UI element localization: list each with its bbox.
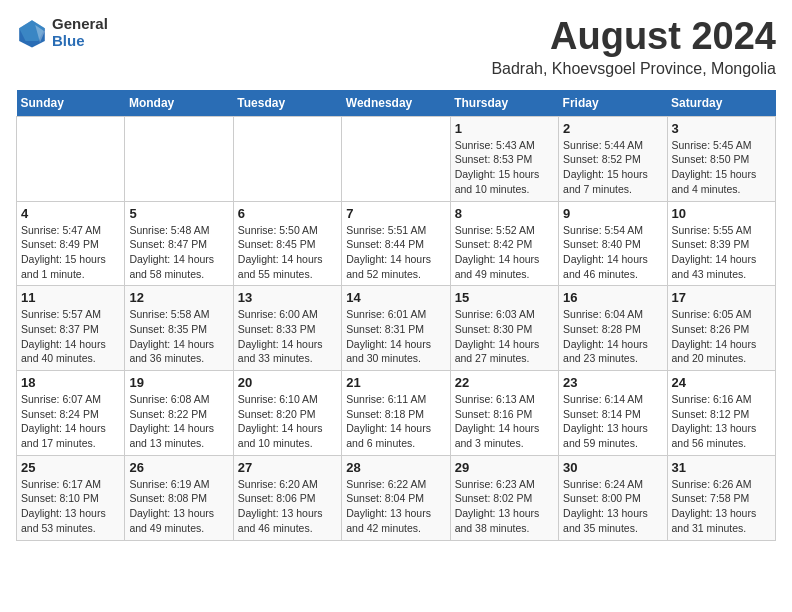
title-block: August 2024 Badrah, Khoevsgoel Province,… xyxy=(491,16,776,78)
day-info: Sunrise: 6:23 AM Sunset: 8:02 PM Dayligh… xyxy=(455,477,554,536)
day-info: Sunrise: 5:58 AM Sunset: 8:35 PM Dayligh… xyxy=(129,307,228,366)
day-cell: 29Sunrise: 6:23 AM Sunset: 8:02 PM Dayli… xyxy=(450,455,558,540)
day-number: 23 xyxy=(563,375,662,390)
logo: General Blue xyxy=(16,16,108,49)
day-cell xyxy=(125,116,233,201)
day-info: Sunrise: 6:24 AM Sunset: 8:00 PM Dayligh… xyxy=(563,477,662,536)
day-cell: 6Sunrise: 5:50 AM Sunset: 8:45 PM Daylig… xyxy=(233,201,341,286)
col-header-friday: Friday xyxy=(559,90,667,117)
day-info: Sunrise: 6:07 AM Sunset: 8:24 PM Dayligh… xyxy=(21,392,120,451)
day-cell: 17Sunrise: 6:05 AM Sunset: 8:26 PM Dayli… xyxy=(667,286,775,371)
day-cell: 19Sunrise: 6:08 AM Sunset: 8:22 PM Dayli… xyxy=(125,371,233,456)
day-number: 22 xyxy=(455,375,554,390)
logo-icon xyxy=(16,17,48,49)
day-info: Sunrise: 5:55 AM Sunset: 8:39 PM Dayligh… xyxy=(672,223,771,282)
day-number: 7 xyxy=(346,206,445,221)
day-cell: 12Sunrise: 5:58 AM Sunset: 8:35 PM Dayli… xyxy=(125,286,233,371)
day-info: Sunrise: 5:51 AM Sunset: 8:44 PM Dayligh… xyxy=(346,223,445,282)
day-cell: 16Sunrise: 6:04 AM Sunset: 8:28 PM Dayli… xyxy=(559,286,667,371)
day-info: Sunrise: 5:52 AM Sunset: 8:42 PM Dayligh… xyxy=(455,223,554,282)
day-info: Sunrise: 6:19 AM Sunset: 8:08 PM Dayligh… xyxy=(129,477,228,536)
day-number: 18 xyxy=(21,375,120,390)
day-number: 2 xyxy=(563,121,662,136)
day-info: Sunrise: 6:13 AM Sunset: 8:16 PM Dayligh… xyxy=(455,392,554,451)
week-row-3: 11Sunrise: 5:57 AM Sunset: 8:37 PM Dayli… xyxy=(17,286,776,371)
day-info: Sunrise: 6:03 AM Sunset: 8:30 PM Dayligh… xyxy=(455,307,554,366)
day-cell: 27Sunrise: 6:20 AM Sunset: 8:06 PM Dayli… xyxy=(233,455,341,540)
day-cell: 28Sunrise: 6:22 AM Sunset: 8:04 PM Dayli… xyxy=(342,455,450,540)
day-cell xyxy=(233,116,341,201)
day-number: 29 xyxy=(455,460,554,475)
day-info: Sunrise: 6:22 AM Sunset: 8:04 PM Dayligh… xyxy=(346,477,445,536)
day-cell: 20Sunrise: 6:10 AM Sunset: 8:20 PM Dayli… xyxy=(233,371,341,456)
day-info: Sunrise: 5:45 AM Sunset: 8:50 PM Dayligh… xyxy=(672,138,771,197)
day-number: 15 xyxy=(455,290,554,305)
day-number: 28 xyxy=(346,460,445,475)
day-info: Sunrise: 5:47 AM Sunset: 8:49 PM Dayligh… xyxy=(21,223,120,282)
day-info: Sunrise: 6:14 AM Sunset: 8:14 PM Dayligh… xyxy=(563,392,662,451)
day-info: Sunrise: 6:11 AM Sunset: 8:18 PM Dayligh… xyxy=(346,392,445,451)
day-cell: 7Sunrise: 5:51 AM Sunset: 8:44 PM Daylig… xyxy=(342,201,450,286)
day-cell: 25Sunrise: 6:17 AM Sunset: 8:10 PM Dayli… xyxy=(17,455,125,540)
day-info: Sunrise: 6:01 AM Sunset: 8:31 PM Dayligh… xyxy=(346,307,445,366)
day-number: 9 xyxy=(563,206,662,221)
day-number: 5 xyxy=(129,206,228,221)
day-info: Sunrise: 5:48 AM Sunset: 8:47 PM Dayligh… xyxy=(129,223,228,282)
day-number: 3 xyxy=(672,121,771,136)
day-number: 16 xyxy=(563,290,662,305)
logo-text: General Blue xyxy=(52,16,108,49)
day-info: Sunrise: 6:08 AM Sunset: 8:22 PM Dayligh… xyxy=(129,392,228,451)
week-row-1: 1Sunrise: 5:43 AM Sunset: 8:53 PM Daylig… xyxy=(17,116,776,201)
day-info: Sunrise: 5:43 AM Sunset: 8:53 PM Dayligh… xyxy=(455,138,554,197)
day-cell: 31Sunrise: 6:26 AM Sunset: 7:58 PM Dayli… xyxy=(667,455,775,540)
day-number: 4 xyxy=(21,206,120,221)
day-number: 6 xyxy=(238,206,337,221)
logo-blue-text: Blue xyxy=(52,33,108,50)
day-info: Sunrise: 5:50 AM Sunset: 8:45 PM Dayligh… xyxy=(238,223,337,282)
day-cell: 8Sunrise: 5:52 AM Sunset: 8:42 PM Daylig… xyxy=(450,201,558,286)
day-cell: 5Sunrise: 5:48 AM Sunset: 8:47 PM Daylig… xyxy=(125,201,233,286)
day-number: 26 xyxy=(129,460,228,475)
day-info: Sunrise: 6:20 AM Sunset: 8:06 PM Dayligh… xyxy=(238,477,337,536)
col-header-sunday: Sunday xyxy=(17,90,125,117)
day-number: 11 xyxy=(21,290,120,305)
col-header-tuesday: Tuesday xyxy=(233,90,341,117)
day-cell: 11Sunrise: 5:57 AM Sunset: 8:37 PM Dayli… xyxy=(17,286,125,371)
day-info: Sunrise: 5:57 AM Sunset: 8:37 PM Dayligh… xyxy=(21,307,120,366)
logo-general-text: General xyxy=(52,16,108,33)
calendar-table: SundayMondayTuesdayWednesdayThursdayFrid… xyxy=(16,90,776,541)
day-cell xyxy=(342,116,450,201)
day-number: 20 xyxy=(238,375,337,390)
day-number: 17 xyxy=(672,290,771,305)
day-cell: 23Sunrise: 6:14 AM Sunset: 8:14 PM Dayli… xyxy=(559,371,667,456)
day-cell: 30Sunrise: 6:24 AM Sunset: 8:00 PM Dayli… xyxy=(559,455,667,540)
day-cell: 13Sunrise: 6:00 AM Sunset: 8:33 PM Dayli… xyxy=(233,286,341,371)
week-row-5: 25Sunrise: 6:17 AM Sunset: 8:10 PM Dayli… xyxy=(17,455,776,540)
day-cell: 26Sunrise: 6:19 AM Sunset: 8:08 PM Dayli… xyxy=(125,455,233,540)
day-number: 25 xyxy=(21,460,120,475)
day-number: 8 xyxy=(455,206,554,221)
day-number: 14 xyxy=(346,290,445,305)
day-number: 12 xyxy=(129,290,228,305)
main-title: August 2024 xyxy=(491,16,776,58)
week-row-4: 18Sunrise: 6:07 AM Sunset: 8:24 PM Dayli… xyxy=(17,371,776,456)
day-info: Sunrise: 6:10 AM Sunset: 8:20 PM Dayligh… xyxy=(238,392,337,451)
day-number: 19 xyxy=(129,375,228,390)
day-info: Sunrise: 6:16 AM Sunset: 8:12 PM Dayligh… xyxy=(672,392,771,451)
day-number: 13 xyxy=(238,290,337,305)
day-cell: 10Sunrise: 5:55 AM Sunset: 8:39 PM Dayli… xyxy=(667,201,775,286)
day-info: Sunrise: 6:04 AM Sunset: 8:28 PM Dayligh… xyxy=(563,307,662,366)
day-info: Sunrise: 6:05 AM Sunset: 8:26 PM Dayligh… xyxy=(672,307,771,366)
day-cell: 22Sunrise: 6:13 AM Sunset: 8:16 PM Dayli… xyxy=(450,371,558,456)
day-info: Sunrise: 6:26 AM Sunset: 7:58 PM Dayligh… xyxy=(672,477,771,536)
day-cell: 18Sunrise: 6:07 AM Sunset: 8:24 PM Dayli… xyxy=(17,371,125,456)
day-number: 27 xyxy=(238,460,337,475)
day-info: Sunrise: 6:17 AM Sunset: 8:10 PM Dayligh… xyxy=(21,477,120,536)
day-number: 31 xyxy=(672,460,771,475)
day-cell: 4Sunrise: 5:47 AM Sunset: 8:49 PM Daylig… xyxy=(17,201,125,286)
day-cell: 3Sunrise: 5:45 AM Sunset: 8:50 PM Daylig… xyxy=(667,116,775,201)
day-cell xyxy=(17,116,125,201)
day-info: Sunrise: 5:44 AM Sunset: 8:52 PM Dayligh… xyxy=(563,138,662,197)
week-row-2: 4Sunrise: 5:47 AM Sunset: 8:49 PM Daylig… xyxy=(17,201,776,286)
day-cell: 24Sunrise: 6:16 AM Sunset: 8:12 PM Dayli… xyxy=(667,371,775,456)
